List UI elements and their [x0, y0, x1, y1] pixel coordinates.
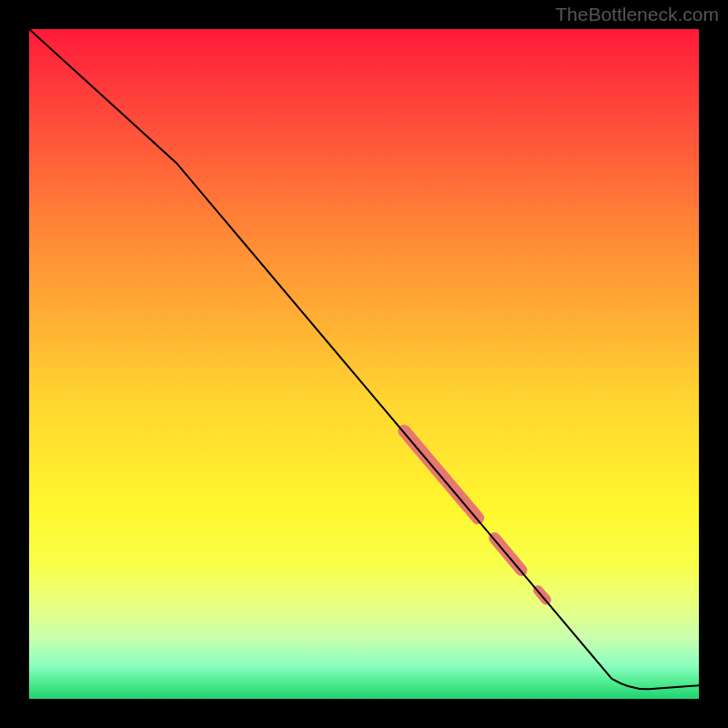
main-curve-thick [29, 29, 699, 689]
watermark-text: TheBottleneck.com [555, 4, 719, 25]
chart-area [29, 29, 699, 699]
highlight-seg-2 [495, 538, 521, 570]
highlight-seg-1 [404, 431, 478, 519]
main-curve [29, 29, 699, 689]
chart-svg [29, 29, 699, 699]
